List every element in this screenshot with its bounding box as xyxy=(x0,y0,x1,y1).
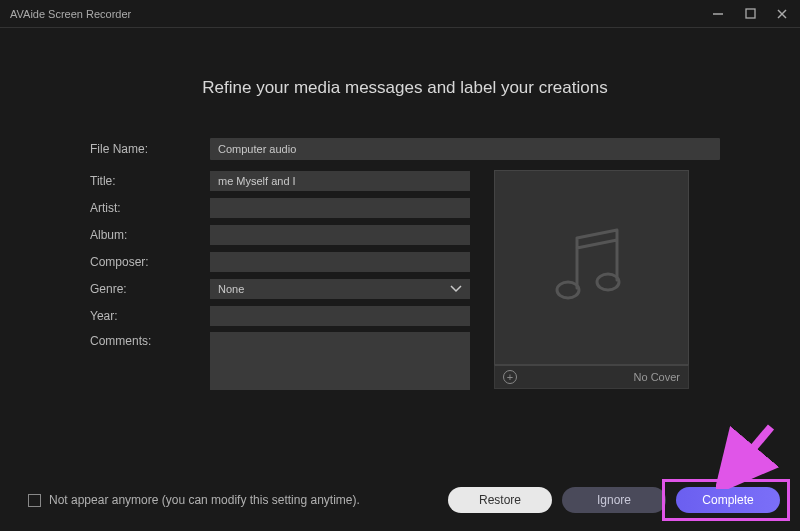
not-appear-label: Not appear anymore (you can modify this … xyxy=(49,493,438,507)
maximize-icon[interactable] xyxy=(742,6,758,22)
window-controls xyxy=(710,6,790,22)
cover-footer: + No Cover xyxy=(494,365,689,389)
close-icon[interactable] xyxy=(774,6,790,22)
titlebar: AVAide Screen Recorder xyxy=(0,0,800,28)
ignore-button[interactable]: Ignore xyxy=(562,487,666,513)
artist-input[interactable] xyxy=(210,198,470,218)
restore-button[interactable]: Restore xyxy=(448,487,552,513)
row-album: Album: xyxy=(90,224,470,246)
annotation-arrow-icon xyxy=(716,419,786,489)
label-title: Title: xyxy=(90,174,210,188)
not-appear-checkbox[interactable] xyxy=(28,494,41,507)
row-year: Year: xyxy=(90,305,470,327)
row-filename: File Name: xyxy=(90,138,720,160)
composer-input[interactable] xyxy=(210,252,470,272)
footer-bar: Not appear anymore (you can modify this … xyxy=(28,487,780,513)
page-heading: Refine your media messages and label you… xyxy=(90,78,720,98)
row-title: Title: xyxy=(90,170,470,192)
genre-value: None xyxy=(218,283,244,295)
music-note-icon xyxy=(542,218,642,318)
row-genre: Genre: None xyxy=(90,278,470,300)
comments-input[interactable] xyxy=(210,332,470,390)
svg-rect-1 xyxy=(746,9,755,18)
complete-button[interactable]: Complete xyxy=(676,487,780,513)
minimize-icon[interactable] xyxy=(710,6,726,22)
window-title: AVAide Screen Recorder xyxy=(10,8,710,20)
label-filename: File Name: xyxy=(90,142,210,156)
genre-select[interactable]: None xyxy=(210,279,470,299)
label-genre: Genre: xyxy=(90,282,210,296)
label-album: Album: xyxy=(90,228,210,242)
row-comments: Comments: xyxy=(90,332,470,390)
label-year: Year: xyxy=(90,309,210,323)
svg-line-6 xyxy=(734,427,771,471)
row-artist: Artist: xyxy=(90,197,470,219)
album-input[interactable] xyxy=(210,225,470,245)
cover-column: + No Cover xyxy=(494,170,689,395)
svg-point-5 xyxy=(597,274,619,290)
cover-preview xyxy=(494,170,689,365)
no-cover-label: No Cover xyxy=(634,371,680,383)
label-comments: Comments: xyxy=(90,332,210,348)
svg-point-4 xyxy=(557,282,579,298)
row-composer: Composer: xyxy=(90,251,470,273)
year-input[interactable] xyxy=(210,306,470,326)
content-area: Refine your media messages and label you… xyxy=(0,28,800,395)
add-cover-icon[interactable]: + xyxy=(503,370,517,384)
filename-input[interactable] xyxy=(210,138,720,160)
chevron-down-icon xyxy=(450,284,462,295)
title-input[interactable] xyxy=(210,171,470,191)
label-composer: Composer: xyxy=(90,255,210,269)
label-artist: Artist: xyxy=(90,201,210,215)
